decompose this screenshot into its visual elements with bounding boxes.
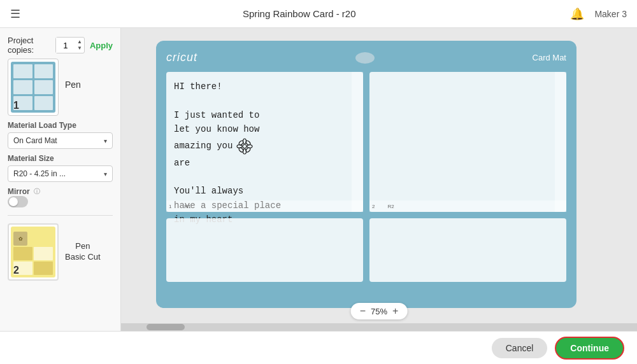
copies-spinners: ▲ ▼	[75, 39, 84, 52]
mat-slots: HI there! I just wanted to let you know …	[166, 72, 566, 282]
continue-button[interactable]: Continue	[555, 337, 624, 360]
apply-button[interactable]: Apply	[90, 41, 113, 50]
sidebar: Project copies: ▲ ▼ Apply 1 Pen	[0, 28, 121, 331]
header-title-area: Spring Rainbow Card - r20	[28, 8, 570, 19]
zoom-out-button[interactable]: −	[360, 305, 366, 317]
card-mat-header: cricut Card Mat	[166, 51, 566, 64]
project-copies-label: Project copies:	[8, 36, 50, 55]
mat2-section: ✿ 2 Pen Basic Cut	[8, 223, 113, 281]
mat1-label: Pen	[65, 80, 81, 90]
card-line-2: I just wanted to	[174, 108, 355, 122]
slot1-ruler-v	[352, 72, 363, 212]
bell-icon[interactable]: 🔔	[570, 7, 584, 21]
card-line-1: HI there!	[174, 80, 355, 94]
cancel-button[interactable]: Cancel	[492, 338, 548, 358]
material-load-value: On Card Mat	[13, 136, 57, 145]
material-size-dropdown[interactable]: R20 - 4.25 in ... ▾	[8, 165, 113, 182]
canvas-inner: cricut Card Mat HI there! I just wanted	[156, 41, 602, 308]
material-load-type-label: Material Load Type	[8, 121, 113, 130]
material-load-arrow: ▾	[104, 137, 107, 144]
mat-slot-3	[166, 218, 363, 282]
oval-sensor	[355, 52, 375, 64]
mat-slot-1: HI there! I just wanted to let you know …	[166, 72, 363, 212]
mat2-stamp: ✿	[13, 232, 27, 246]
mat2-badge: 2	[13, 265, 19, 276]
mat1-badge: 1	[13, 100, 19, 111]
slot1-ruler-h: 1 R1	[166, 200, 363, 212]
mat-slot-2: 2 R2	[369, 72, 566, 212]
toggle-knob	[9, 197, 18, 206]
mat-slot-4	[369, 218, 566, 282]
flower-icon	[235, 137, 254, 156]
project-copies-row: Project copies: ▲ ▼ Apply	[8, 36, 113, 55]
mirror-info-icon: ⓘ	[34, 187, 40, 196]
canvas-area: cricut Card Mat HI there! I just wanted	[121, 28, 637, 331]
mat1-section: 1 Pen	[8, 59, 113, 116]
mat1-thumbnail: 1	[8, 59, 59, 116]
mat2-thumb-inner: ✿ 2	[11, 227, 55, 277]
copies-input-group: ▲ ▼	[55, 37, 85, 53]
mat2-label: Pen Basic Cut	[65, 241, 101, 263]
machine-label: Maker 3	[594, 9, 627, 19]
zoom-level: 75%	[371, 307, 387, 316]
material-size-label: Material Size	[8, 154, 113, 163]
slot2-ruler-v	[555, 72, 566, 212]
zoom-controls: − 75% +	[351, 303, 408, 319]
header-right: 🔔 Maker 3	[570, 7, 627, 21]
mirror-row: Mirror ⓘ	[8, 187, 113, 196]
mirror-label: Mirror	[8, 187, 30, 196]
card-line-5: are	[174, 156, 355, 170]
card-mat-label: Card Mat	[533, 53, 566, 62]
card-line-3: let you know how	[174, 122, 355, 136]
cricut-logo: cricut	[166, 51, 197, 64]
scrollbar-thumb-h	[147, 324, 185, 330]
sidebar-divider	[8, 215, 113, 216]
zoom-in-button[interactable]: +	[392, 305, 398, 317]
copies-up-button[interactable]: ▲	[75, 39, 84, 45]
card-mat: cricut Card Mat HI there! I just wanted	[156, 41, 576, 308]
canvas-scrollbar-h[interactable]	[121, 323, 637, 331]
main-layout: Project copies: ▲ ▼ Apply 1 Pen	[0, 28, 637, 331]
mat2-thumbnail: ✿ 2	[8, 223, 59, 281]
material-size-value: R20 - 4.25 in ...	[13, 169, 66, 178]
copies-input[interactable]	[56, 38, 75, 53]
canvas-scroll[interactable]: cricut Card Mat HI there! I just wanted	[121, 28, 637, 331]
copies-down-button[interactable]: ▼	[75, 45, 84, 52]
slot2-ruler-h: 2 R2	[369, 200, 566, 212]
card-line-4-row: amazing you	[174, 137, 355, 156]
mirror-toggle[interactable]	[8, 196, 28, 207]
footer-bar: Cancel Continue	[0, 331, 637, 364]
menu-icon[interactable]: ☰	[10, 7, 20, 21]
material-load-dropdown[interactable]: On Card Mat ▾	[8, 132, 113, 149]
card-line-6: You'll always	[174, 184, 355, 198]
svg-point-0	[243, 144, 247, 148]
material-size-arrow: ▾	[104, 171, 107, 178]
header: ☰ Spring Rainbow Card - r20 🔔 Maker 3	[0, 0, 637, 28]
header-title: Spring Rainbow Card - r20	[243, 8, 356, 19]
card-line-4: amazing you	[174, 139, 233, 153]
mat1-thumb-inner: 1	[11, 62, 55, 113]
